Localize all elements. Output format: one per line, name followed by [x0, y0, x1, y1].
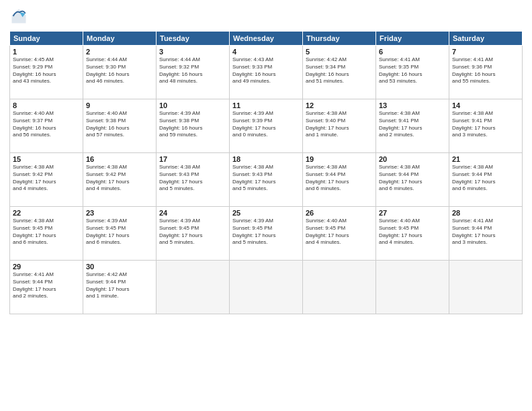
day-number: 28 [452, 209, 519, 217]
calendar-cell: 7Sunrise: 4:41 AMSunset: 9:36 PMDaylight… [449, 46, 523, 99]
calendar-cell [376, 261, 449, 314]
day-number: 16 [86, 155, 153, 163]
col-wednesday: Wednesday [230, 32, 303, 46]
calendar-header-row: Sunday Monday Tuesday Wednesday Thursday… [10, 32, 523, 46]
day-number: 20 [379, 155, 446, 163]
calendar-cell: 23Sunrise: 4:39 AMSunset: 9:45 PMDayligh… [83, 207, 157, 261]
cell-details: Sunrise: 4:38 AMSunset: 9:45 PMDaylight:… [13, 218, 80, 246]
day-number: 26 [306, 209, 373, 217]
calendar-cell: 28Sunrise: 4:41 AMSunset: 9:44 PMDayligh… [449, 207, 523, 261]
col-friday: Friday [376, 32, 449, 46]
calendar-week-row: 22Sunrise: 4:38 AMSunset: 9:45 PMDayligh… [10, 207, 523, 261]
cell-details: Sunrise: 4:39 AMSunset: 9:45 PMDaylight:… [86, 218, 153, 246]
col-thursday: Thursday [303, 32, 376, 46]
day-number: 8 [13, 101, 80, 109]
cell-details: Sunrise: 4:39 AMSunset: 9:45 PMDaylight:… [232, 218, 300, 246]
calendar-table: Sunday Monday Tuesday Wednesday Thursday… [9, 31, 523, 314]
cell-details: Sunrise: 4:38 AMSunset: 9:40 PMDaylight:… [306, 110, 373, 139]
cell-details: Sunrise: 4:42 AMSunset: 9:44 PMDaylight:… [86, 271, 153, 300]
calendar-cell: 6Sunrise: 4:41 AMSunset: 9:35 PMDaylight… [376, 46, 449, 99]
logo [9, 7, 31, 26]
calendar-cell: 25Sunrise: 4:39 AMSunset: 9:45 PMDayligh… [230, 207, 303, 261]
calendar-cell: 16Sunrise: 4:38 AMSunset: 9:42 PMDayligh… [83, 153, 157, 207]
day-number: 27 [379, 209, 446, 217]
calendar-cell: 29Sunrise: 4:41 AMSunset: 9:44 PMDayligh… [10, 261, 83, 314]
logo-icon [9, 7, 28, 26]
cell-details: Sunrise: 4:40 AMSunset: 9:45 PMDaylight:… [306, 218, 373, 246]
calendar-cell: 15Sunrise: 4:38 AMSunset: 9:42 PMDayligh… [10, 153, 83, 207]
cell-details: Sunrise: 4:38 AMSunset: 9:41 PMDaylight:… [452, 110, 519, 139]
calendar-body: 1Sunrise: 4:45 AMSunset: 9:29 PMDaylight… [10, 46, 523, 314]
calendar-cell: 1Sunrise: 4:45 AMSunset: 9:29 PMDaylight… [10, 46, 83, 99]
cell-details: Sunrise: 4:38 AMSunset: 9:42 PMDaylight:… [13, 164, 80, 193]
cell-details: Sunrise: 4:45 AMSunset: 9:29 PMDaylight:… [13, 56, 80, 85]
cell-details: Sunrise: 4:43 AMSunset: 9:33 PMDaylight:… [232, 56, 300, 85]
cell-details: Sunrise: 4:41 AMSunset: 9:35 PMDaylight:… [379, 56, 446, 85]
day-number: 7 [452, 48, 519, 56]
day-number: 9 [86, 101, 153, 109]
cell-details: Sunrise: 4:41 AMSunset: 9:44 PMDaylight:… [452, 218, 519, 246]
calendar-week-row: 8Sunrise: 4:40 AMSunset: 9:37 PMDaylight… [10, 99, 523, 153]
calendar-week-row: 29Sunrise: 4:41 AMSunset: 9:44 PMDayligh… [10, 261, 523, 314]
cell-details: Sunrise: 4:38 AMSunset: 9:44 PMDaylight:… [452, 164, 519, 193]
calendar-cell: 8Sunrise: 4:40 AMSunset: 9:37 PMDaylight… [10, 99, 83, 153]
day-number: 14 [452, 101, 519, 109]
day-number: 30 [86, 263, 153, 271]
calendar-cell: 2Sunrise: 4:44 AMSunset: 9:30 PMDaylight… [83, 46, 157, 99]
day-number: 2 [86, 48, 153, 56]
day-number: 29 [13, 263, 80, 271]
calendar-week-row: 15Sunrise: 4:38 AMSunset: 9:42 PMDayligh… [10, 153, 523, 207]
cell-details: Sunrise: 4:41 AMSunset: 9:44 PMDaylight:… [13, 271, 80, 300]
cell-details: Sunrise: 4:38 AMSunset: 9:42 PMDaylight:… [86, 164, 153, 193]
col-sunday: Sunday [10, 32, 83, 46]
calendar-cell: 19Sunrise: 4:38 AMSunset: 9:44 PMDayligh… [303, 153, 376, 207]
cell-details: Sunrise: 4:44 AMSunset: 9:30 PMDaylight:… [86, 56, 153, 85]
cell-details: Sunrise: 4:38 AMSunset: 9:44 PMDaylight:… [306, 164, 373, 193]
day-number: 15 [13, 155, 80, 163]
calendar-cell: 9Sunrise: 4:40 AMSunset: 9:38 PMDaylight… [83, 99, 157, 153]
day-number: 6 [379, 48, 446, 56]
cell-details: Sunrise: 4:38 AMSunset: 9:44 PMDaylight:… [379, 164, 446, 193]
day-number: 3 [159, 48, 226, 56]
cell-details: Sunrise: 4:39 AMSunset: 9:45 PMDaylight:… [159, 218, 226, 246]
page-header [9, 7, 523, 26]
day-number: 5 [306, 48, 373, 56]
day-number: 1 [13, 48, 80, 56]
cell-details: Sunrise: 4:39 AMSunset: 9:39 PMDaylight:… [232, 110, 300, 139]
cell-details: Sunrise: 4:44 AMSunset: 9:32 PMDaylight:… [159, 56, 226, 85]
day-number: 24 [159, 209, 226, 217]
cell-details: Sunrise: 4:39 AMSunset: 9:38 PMDaylight:… [159, 110, 226, 139]
cell-details: Sunrise: 4:38 AMSunset: 9:43 PMDaylight:… [232, 164, 300, 193]
calendar-cell: 14Sunrise: 4:38 AMSunset: 9:41 PMDayligh… [449, 99, 523, 153]
calendar-page: Sunday Monday Tuesday Wednesday Thursday… [0, 0, 532, 411]
col-monday: Monday [83, 32, 157, 46]
calendar-cell: 17Sunrise: 4:38 AMSunset: 9:43 PMDayligh… [157, 153, 230, 207]
calendar-cell: 30Sunrise: 4:42 AMSunset: 9:44 PMDayligh… [83, 261, 157, 314]
cell-details: Sunrise: 4:38 AMSunset: 9:43 PMDaylight:… [159, 164, 226, 193]
calendar-cell: 24Sunrise: 4:39 AMSunset: 9:45 PMDayligh… [157, 207, 230, 261]
calendar-cell: 3Sunrise: 4:44 AMSunset: 9:32 PMDaylight… [157, 46, 230, 99]
calendar-cell [303, 261, 376, 314]
day-number: 18 [232, 155, 300, 163]
calendar-cell: 22Sunrise: 4:38 AMSunset: 9:45 PMDayligh… [10, 207, 83, 261]
calendar-cell [230, 261, 303, 314]
day-number: 12 [306, 101, 373, 109]
col-tuesday: Tuesday [157, 32, 230, 46]
calendar-cell [449, 261, 523, 314]
day-number: 4 [232, 48, 300, 56]
calendar-cell: 11Sunrise: 4:39 AMSunset: 9:39 PMDayligh… [230, 99, 303, 153]
calendar-cell: 18Sunrise: 4:38 AMSunset: 9:43 PMDayligh… [230, 153, 303, 207]
day-number: 11 [232, 101, 300, 109]
cell-details: Sunrise: 4:42 AMSunset: 9:34 PMDaylight:… [306, 56, 373, 85]
calendar-cell: 12Sunrise: 4:38 AMSunset: 9:40 PMDayligh… [303, 99, 376, 153]
day-number: 25 [232, 209, 300, 217]
calendar-cell [157, 261, 230, 314]
cell-details: Sunrise: 4:40 AMSunset: 9:45 PMDaylight:… [379, 218, 446, 246]
day-number: 23 [86, 209, 153, 217]
calendar-cell: 10Sunrise: 4:39 AMSunset: 9:38 PMDayligh… [157, 99, 230, 153]
cell-details: Sunrise: 4:41 AMSunset: 9:36 PMDaylight:… [452, 56, 519, 85]
calendar-cell: 27Sunrise: 4:40 AMSunset: 9:45 PMDayligh… [376, 207, 449, 261]
day-number: 22 [13, 209, 80, 217]
cell-details: Sunrise: 4:38 AMSunset: 9:41 PMDaylight:… [379, 110, 446, 139]
day-number: 21 [452, 155, 519, 163]
